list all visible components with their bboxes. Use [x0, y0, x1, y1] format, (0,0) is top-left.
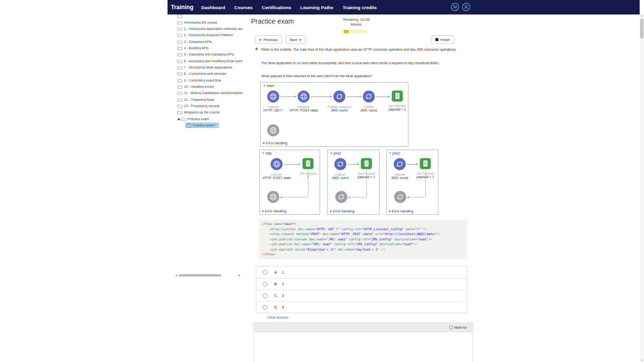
code-line: <jms:publish-consume doc:name="JMS: num1… [262, 237, 464, 242]
expand-triangle-icon[interactable]: ▶ [330, 209, 332, 212]
nav-item[interactable]: Courses [234, 5, 252, 10]
error-handling-label: ▶ Error handling [263, 141, 287, 145]
answer-text: 4 [282, 305, 284, 309]
tree-item[interactable]: 11 - Writing DataWeave transformations [175, 90, 243, 96]
scrollbar-thumb[interactable] [640, 18, 644, 39]
scroll-up-arrow-icon[interactable]: ▲ [640, 14, 644, 17]
tree-expander-icon[interactable] [177, 118, 180, 120]
step-label: payload + 1 [408, 175, 438, 179]
flow-step: Set Payloadpayload + 1 [408, 158, 438, 179]
tree-item[interactable] [175, 14, 243, 19]
flow-arrow-icon [407, 164, 418, 165]
step-caption: Request [287, 105, 321, 109]
question-text-line: Refer to the exhibits. The main flow of … [261, 48, 457, 51]
tree-item[interactable]: 6 - Accessing and modifying Mule events [175, 57, 243, 64]
nav-item[interactable]: Learning Paths [300, 5, 334, 10]
scroll-left-arrow-icon[interactable]: ◀ [175, 273, 177, 277]
sidebar-horizontal-scrollbar[interactable]: ◀ ▶ [175, 273, 240, 277]
previous-button[interactable]: <Previous [255, 35, 282, 44]
flow-title-text: jms1 [334, 151, 341, 155]
answer-radio[interactable] [263, 293, 267, 298]
collapse-triangle-icon[interactable]: ▼ [263, 84, 266, 87]
answer-row[interactable]: D4 [256, 301, 467, 313]
expand-triangle-icon[interactable]: ▶ [262, 209, 264, 212]
connector-line [366, 170, 367, 197]
tree-item[interactable]: 13 - Processing records [175, 103, 243, 109]
nav-item[interactable]: Certifications [262, 5, 291, 10]
tree-item[interactable]: Practice exam [175, 116, 243, 122]
scrollbar-thumb[interactable] [179, 274, 221, 277]
tree-item-label: Practice exam * [193, 124, 216, 127]
answer-row[interactable]: A1 [256, 266, 467, 278]
tree-item[interactable]: 9 - Controlling event flow [175, 77, 243, 83]
step-label: JMS: num1 [322, 109, 356, 112]
finish-button[interactable]: Finish [431, 35, 454, 44]
answer-text: 2 [282, 282, 284, 286]
tree-item[interactable]: 4 - Building APIs [175, 45, 243, 51]
connector-line [408, 197, 425, 197]
tree-item[interactable]: 3 - Designing APIs [175, 38, 243, 44]
brand-logo[interactable]: Training [171, 4, 194, 11]
collapse-triangle-icon[interactable]: ▼ [389, 152, 392, 154]
folder-icon [177, 27, 182, 31]
tree-item[interactable]: Practice exam * [175, 122, 243, 128]
expand-triangle-icon[interactable]: ▶ [263, 141, 265, 144]
nav-icons [451, 3, 470, 11]
table-icon [187, 124, 191, 127]
expand-triangle-icon[interactable]: ▶ [389, 209, 391, 212]
set-payload-icon [420, 158, 431, 170]
jms-icon [333, 90, 346, 103]
collapse-triangle-icon[interactable]: ▼ [262, 152, 265, 154]
user-icon[interactable] [462, 3, 470, 11]
tree-item-label: 5 - Deploying and managing APIs [184, 53, 234, 56]
tree-item[interactable]: 10 - Handling errors [175, 84, 243, 90]
step-caption: Set Payload [380, 104, 408, 108]
answer-radio[interactable] [263, 282, 267, 287]
error-scope-icon [267, 124, 280, 139]
error-handling-text: Error handling [266, 141, 287, 145]
collapse-triangle-icon[interactable]: ▼ [330, 152, 333, 154]
answer-row[interactable]: B2 [256, 278, 467, 290]
folder-icon [177, 14, 182, 18]
http-listener-icon [267, 90, 280, 103]
scroll-down-arrow-icon[interactable]: ▼ [640, 358, 644, 362]
tree-item[interactable]: Introducing the course [175, 19, 243, 25]
error-scope-icon [335, 191, 348, 205]
answer-row[interactable]: C3 [256, 290, 467, 301]
answer-radio[interactable] [263, 270, 267, 275]
error-handling-text: Error handling [392, 209, 413, 213]
course-tree: Introducing the course1 - Introducing ap… [175, 14, 243, 272]
exhibit-flow-jms1: ▼ jms1ListenerJMS: num1Set Payloadpayloa… [327, 150, 379, 215]
set-payload-icon [302, 158, 314, 170]
tree-item[interactable]: 5 - Deploying and managing APIs [175, 51, 243, 57]
set-payload-icon [392, 90, 403, 103]
flow-arrow-icon [280, 97, 296, 97]
next-button[interactable]: Next> [285, 35, 306, 44]
flow-step: Set Payloadpayload + 1 [350, 158, 379, 179]
exhibit-flow-main: ▼ mainListenerHTTP: GET /RequestHTTP: PO… [260, 82, 408, 147]
tree-item[interactable]: 1 - Introducing application networks and [175, 26, 243, 32]
mark-checkbox[interactable] [449, 326, 453, 329]
nav-item[interactable]: Training credits [343, 5, 377, 10]
flow-arrow-icon [376, 97, 390, 97]
connector-line [308, 170, 308, 197]
answer-letter: B [274, 282, 280, 286]
tree-item[interactable]: 8 - Consuming web services [175, 70, 243, 77]
clear-answer-link[interactable]: Clear Answer [267, 315, 289, 320]
tree-item[interactable]: 2 - Introducing Anypoint Platform [175, 32, 243, 38]
nav-item[interactable]: Dashboard [201, 5, 225, 10]
tree-item[interactable]: 12 - Triggering flows [175, 96, 243, 102]
flow-arrow-icon [348, 164, 359, 165]
tree-item[interactable]: 7 - Structuring Mule applications [175, 64, 243, 70]
flow-title: ▼ jms2 [389, 151, 400, 155]
cart-icon[interactable] [451, 3, 459, 11]
folder-icon [177, 78, 182, 83]
scroll-right-arrow-icon[interactable]: ▶ [238, 273, 240, 277]
error-handling-label: ▶ Error handling [389, 209, 413, 213]
tree-item[interactable]: Wrapping up the course [175, 109, 243, 115]
code-line: <http:listener doc:name="HTTP: GET /" co… [262, 227, 464, 232]
tree-item-selected[interactable]: Practice exam * [185, 123, 219, 128]
set-payload-icon [361, 158, 372, 170]
answer-radio[interactable] [263, 305, 267, 310]
page-vertical-scrollbar[interactable]: ▲ ▼ [640, 14, 644, 362]
